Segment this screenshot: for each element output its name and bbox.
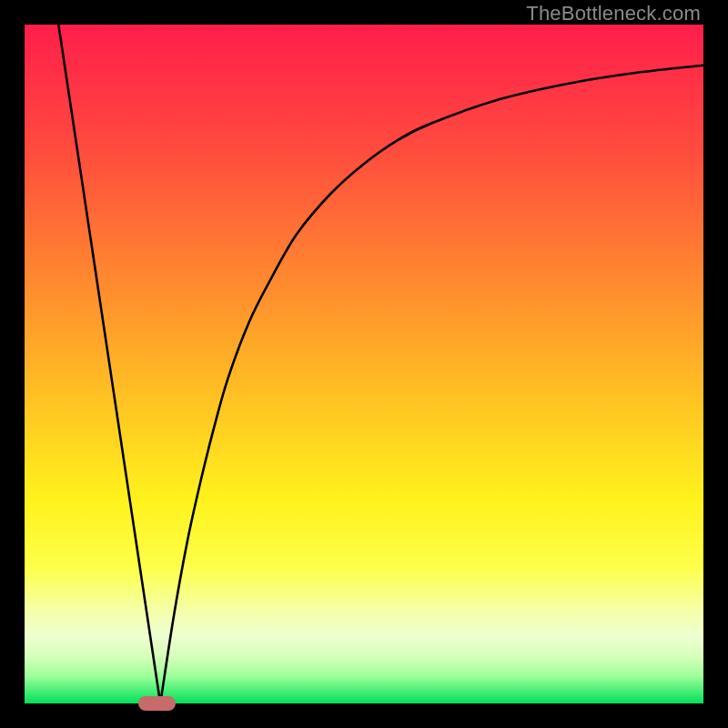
curve-right-branch <box>160 66 703 703</box>
chart-frame: TheBottleneck.com <box>0 0 728 728</box>
curve-left-branch <box>58 25 160 703</box>
bottleneck-marker <box>138 696 176 711</box>
plot-area <box>25 25 703 703</box>
watermark-text: TheBottleneck.com <box>526 2 701 25</box>
curve-layer <box>25 25 703 703</box>
